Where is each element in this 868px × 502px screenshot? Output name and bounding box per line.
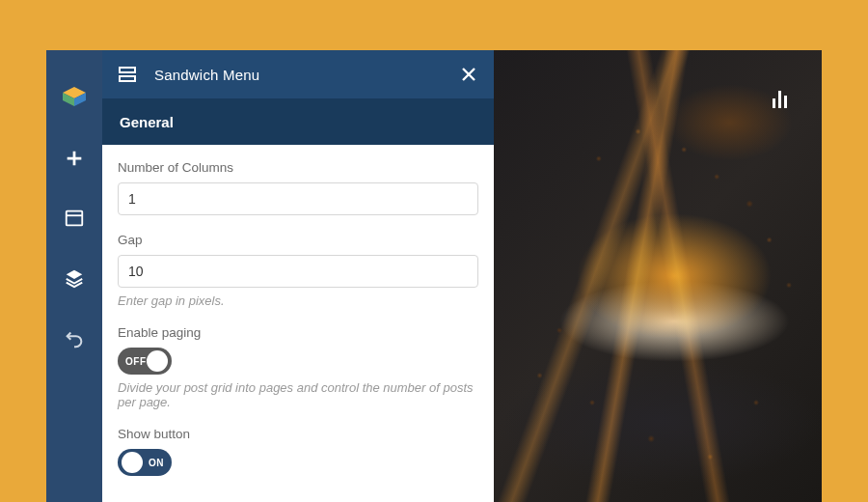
columns-input[interactable] [118, 182, 478, 215]
close-icon[interactable] [459, 65, 478, 84]
gap-label: Gap [118, 233, 478, 247]
panel-body: Number of Columns Gap Enter gap in pixel… [102, 145, 494, 502]
sandwich-menu-icon [118, 65, 137, 84]
preview-area [494, 50, 822, 502]
columns-label: Number of Columns [118, 160, 478, 175]
gap-input[interactable] [118, 255, 478, 288]
gap-hint: Enter gap in pixels. [118, 293, 478, 308]
field-paging: Enable paging OFF Divide your post grid … [118, 325, 478, 409]
show-button-label: Show button [118, 427, 478, 441]
paging-hint: Divide your post grid into pages and con… [118, 380, 478, 409]
layers-icon[interactable] [63, 266, 86, 290]
stats-icon[interactable] [768, 85, 791, 108]
toggle-knob [147, 350, 168, 372]
preview-image [494, 50, 822, 502]
svg-rect-3 [67, 211, 83, 226]
toggle-knob [122, 452, 143, 473]
panel-header: Sandwich Menu [102, 50, 494, 98]
panel-section-header: General [102, 98, 494, 145]
field-show-button: Show button ON [118, 427, 478, 476]
logo-icon [59, 79, 90, 110]
paging-label: Enable paging [118, 325, 478, 340]
undo-icon[interactable] [63, 326, 86, 349]
settings-panel: Sandwich Menu General Number of Columns … [102, 50, 494, 502]
svg-rect-4 [120, 68, 135, 72]
show-button-toggle[interactable]: ON [118, 449, 172, 476]
section-title: General [120, 114, 174, 130]
panel-title: Sandwich Menu [154, 67, 442, 83]
toggle-off-text: OFF [125, 356, 147, 367]
toggle-on-text: ON [149, 458, 164, 468]
left-sidebar [46, 50, 102, 502]
paging-toggle[interactable]: OFF [118, 348, 172, 375]
field-columns: Number of Columns [118, 160, 478, 215]
field-gap: Gap Enter gap in pixels. [118, 233, 478, 308]
svg-rect-5 [120, 76, 135, 81]
layout-icon[interactable] [63, 207, 86, 230]
add-icon[interactable] [63, 147, 86, 170]
app-window: Sandwich Menu General Number of Columns … [46, 50, 822, 502]
